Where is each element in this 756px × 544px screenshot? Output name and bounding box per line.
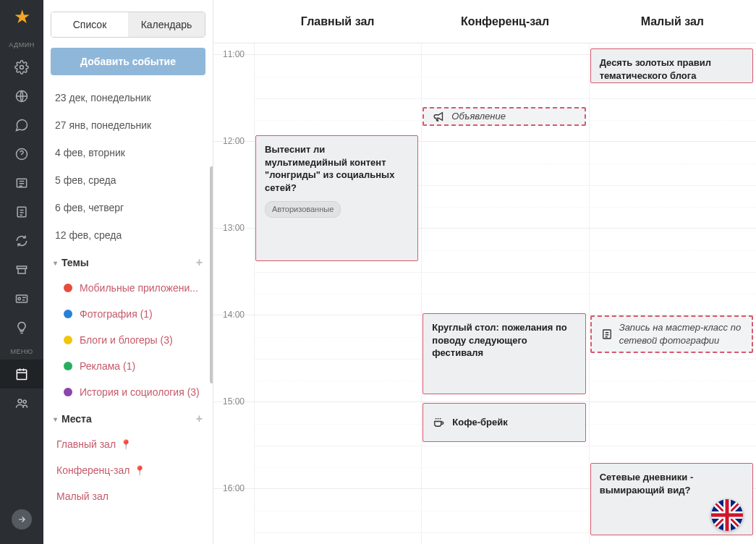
rail-chat[interactable] [0, 111, 43, 140]
svg-point-10 [18, 399, 22, 403]
svg-point-11 [23, 400, 26, 403]
event-card-dashed[interactable]: Объявление [422, 107, 585, 126]
topics-header[interactable]: ▾ Темы + [51, 249, 205, 275]
calendar: Главный зал Конференц-зал Малый зал 11:0… [213, 0, 756, 544]
rail-archive[interactable] [0, 255, 43, 284]
event-title: Сетевые дневники - вымирающий вид? [600, 471, 744, 496]
date-item[interactable]: 12 фев, среда [51, 221, 205, 249]
place-item[interactable]: Конференц-зал📍 [51, 457, 205, 483]
topic-item[interactable]: Реклама (1) [51, 353, 205, 379]
event-tag: Авторизованные [265, 201, 341, 218]
event-title: Запись на мастер-класс по сетевой фотогр… [619, 321, 743, 347]
event-title: Вытеснит ли мультимедийный контент "лонг… [265, 143, 409, 194]
event-card[interactable]: Кофе-брейк [422, 403, 585, 442]
view-toggle: Список Календарь [51, 12, 205, 38]
event-title: Круглый стол: пожелания по поводу следую… [432, 321, 576, 360]
date-item[interactable]: 6 фев, четверг [51, 194, 205, 221]
date-item[interactable]: 4 фев, вторник [51, 139, 205, 166]
topic-label: История и социология (3) [80, 386, 200, 398]
language-button[interactable] [711, 499, 743, 531]
column-header: Конференц-зал [421, 0, 588, 43]
place-label: Конференц-зал [56, 464, 129, 476]
calendar-body[interactable]: 11:00 12:00 13:00 14:00 15:00 16:00 Деся… [213, 43, 756, 544]
event-card[interactable]: Десять золотых правил тематического блог… [590, 48, 753, 83]
rail-tasks[interactable] [0, 197, 43, 226]
hour-label: 15:00 [213, 396, 254, 407]
topic-label: Реклама (1) [80, 360, 135, 372]
topic-item[interactable]: История и социология (3) [51, 379, 205, 405]
places-header[interactable]: ▾ Места + [51, 405, 205, 431]
hour-label: 16:00 [213, 483, 254, 493]
event-title: Десять золотых правил тематического блог… [600, 56, 744, 82]
pin-icon: 📍 [120, 439, 132, 450]
event-card[interactable]: Вытеснит ли мультимедийный контент "лонг… [255, 135, 418, 261]
view-list-tab[interactable]: Список [51, 12, 128, 37]
topic-item[interactable]: Мобильные приложени... [51, 275, 205, 301]
chevron-down-icon: ▾ [54, 415, 57, 423]
add-place-button[interactable]: + [196, 412, 203, 425]
topic-color-dot [64, 362, 72, 370]
rail-settings[interactable] [0, 53, 43, 82]
svg-rect-9 [17, 370, 26, 379]
rail-card[interactable] [0, 284, 43, 313]
topic-label: Блоги и блогеры (3) [80, 334, 173, 346]
place-label: Главный зал [56, 438, 116, 450]
clipboard-icon [600, 328, 613, 341]
rail-help[interactable] [0, 140, 43, 169]
rail-collapse-button[interactable] [12, 509, 32, 530]
calendar-header: Главный зал Конференц-зал Малый зал [213, 0, 756, 43]
event-title: Объявление [451, 110, 506, 123]
svg-point-8 [18, 297, 20, 299]
rail-section-admin: АДМИН [9, 41, 34, 48]
topic-item[interactable]: Фотография (1) [51, 301, 205, 327]
date-item[interactable]: 5 фев, среда [51, 166, 205, 194]
add-topic-button[interactable]: + [196, 256, 203, 269]
coffee-icon [432, 416, 445, 429]
topic-color-dot [64, 284, 72, 292]
rail-idea[interactable] [0, 313, 43, 342]
event-card[interactable]: Круглый стол: пожелания по поводу следую… [422, 313, 585, 394]
svg-rect-6 [18, 268, 25, 273]
topic-item[interactable]: Блоги и блогеры (3) [51, 327, 205, 353]
places-header-label: Места [61, 413, 92, 425]
place-label: Малый зал [56, 490, 109, 502]
rail-calendar[interactable] [0, 360, 43, 388]
topic-label: Мобильные приложени... [80, 282, 198, 294]
hour-label: 11:00 [213, 49, 254, 59]
topics-header-label: Темы [61, 257, 89, 268]
megaphone-icon [433, 110, 446, 123]
date-item[interactable]: 23 дек, понедельник [51, 84, 205, 111]
rail-loop[interactable] [0, 226, 43, 255]
place-item[interactable]: Главный зал📍 [51, 431, 205, 457]
svg-point-0 [20, 66, 24, 69]
column-header: Главный зал [254, 0, 421, 43]
rail-news[interactable] [0, 169, 43, 197]
rail-globe[interactable] [0, 82, 43, 111]
event-title: Кофе-брейк [452, 416, 507, 429]
rail-section-menu: МЕНЮ [10, 348, 33, 355]
view-calendar-tab[interactable]: Календарь [128, 12, 205, 37]
chevron-down-icon: ▾ [54, 259, 57, 267]
icon-rail: ★ АДМИН МЕНЮ [0, 0, 43, 544]
logo-star-icon: ★ [14, 6, 30, 28]
hour-label: 13:00 [213, 223, 254, 233]
column-header: Малый зал [589, 0, 756, 43]
rail-users[interactable] [0, 388, 43, 417]
event-card-dashed[interactable]: Запись на мастер-класс по сетевой фотогр… [590, 315, 753, 353]
topic-label: Фотография (1) [80, 308, 153, 320]
sidebar: Список Календарь Добавить событие 23 дек… [43, 0, 213, 544]
topic-color-dot [64, 388, 72, 396]
hour-label: 14:00 [213, 310, 254, 320]
place-item[interactable]: Малый зал [51, 483, 205, 509]
hour-label: 12:00 [213, 136, 254, 146]
add-event-button[interactable]: Добавить событие [51, 48, 205, 75]
pin-icon: 📍 [134, 465, 145, 476]
topic-color-dot [64, 310, 72, 318]
date-item[interactable]: 27 янв, понедельник [51, 111, 205, 139]
topic-color-dot [64, 336, 72, 344]
